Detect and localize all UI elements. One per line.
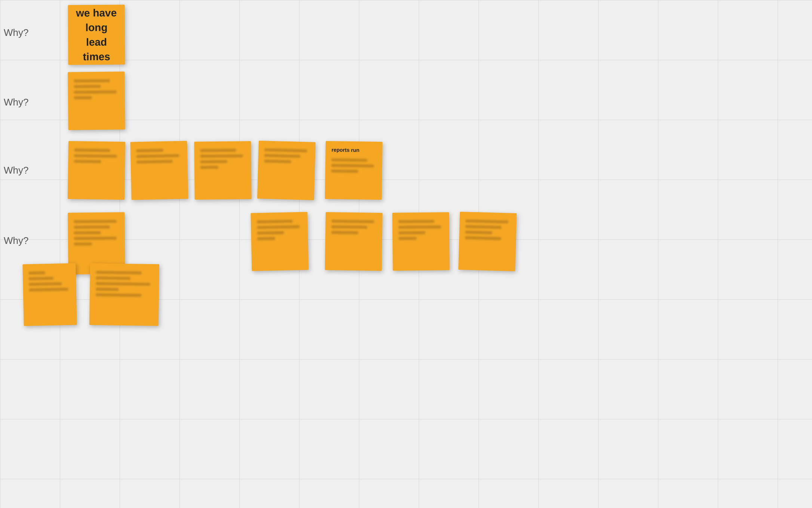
blur-line	[331, 164, 374, 168]
blur-line	[399, 237, 416, 240]
blur-line	[96, 276, 130, 280]
blur-line	[264, 159, 291, 163]
sticky-note-3[interactable]	[68, 141, 125, 200]
sticky-note-9[interactable]	[250, 212, 308, 271]
blur-line	[399, 231, 425, 235]
sticky-note-7[interactable]: reports run	[325, 141, 382, 200]
sticky-note-1[interactable]: we have long lead times	[68, 5, 125, 65]
blur-line	[136, 154, 179, 158]
row-label-4: Why?	[4, 235, 28, 247]
sticky-note-4[interactable]	[130, 141, 188, 200]
sticky-note-14[interactable]	[89, 263, 159, 326]
row-label-1: Why?	[4, 27, 28, 39]
blur-line	[399, 226, 441, 229]
blur-line	[257, 220, 293, 223]
blur-line	[74, 231, 101, 235]
blur-line	[200, 166, 218, 169]
blur-line	[74, 85, 101, 88]
blur-line	[257, 225, 299, 229]
blur-line	[200, 149, 236, 152]
blur-line	[74, 226, 110, 229]
sticky-note-13[interactable]	[22, 263, 77, 326]
whiteboard-canvas: Why? Why? Why? Why? we have long lead ti…	[0, 0, 812, 508]
blur-line	[465, 219, 508, 223]
sticky-note-5[interactable]	[194, 141, 251, 199]
blur-line	[200, 160, 227, 163]
blur-line	[74, 220, 116, 223]
sticky-note-2[interactable]	[68, 71, 125, 130]
row-label-3: Why?	[4, 165, 28, 176]
blur-line	[136, 149, 163, 153]
blur-line	[331, 169, 358, 173]
blur-line	[257, 237, 275, 240]
blur-line	[74, 160, 101, 163]
blur-line	[465, 236, 501, 240]
blur-line	[74, 96, 92, 99]
blur-line	[74, 242, 92, 245]
blur-line	[200, 154, 243, 158]
blur-line	[29, 288, 68, 291]
sticky-note-11[interactable]	[392, 212, 449, 270]
blur-line	[29, 271, 45, 275]
blur-line	[96, 282, 150, 286]
blur-line	[331, 225, 367, 229]
sticky-note-10[interactable]	[325, 212, 382, 271]
blur-line	[257, 231, 284, 235]
blur-line	[74, 149, 110, 152]
blur-line	[74, 237, 117, 240]
sticky-note-6[interactable]	[257, 141, 316, 200]
sticky-note-12[interactable]	[458, 212, 517, 271]
blur-line	[74, 91, 117, 94]
blur-line	[264, 154, 300, 158]
blur-line	[136, 160, 172, 163]
blur-line	[74, 154, 117, 158]
blur-line	[96, 271, 142, 275]
blur-line	[96, 288, 119, 291]
blur-line	[399, 220, 434, 223]
blur-line	[96, 293, 141, 297]
blur-line	[74, 79, 110, 83]
blur-line	[29, 282, 62, 286]
blur-line	[331, 231, 358, 234]
row-label-2: Why?	[4, 97, 28, 108]
blur-line	[331, 158, 367, 162]
blur-line	[29, 277, 53, 280]
blur-line	[332, 220, 374, 223]
blur-line	[465, 230, 492, 234]
blur-line	[264, 148, 307, 152]
blur-line	[465, 225, 501, 229]
